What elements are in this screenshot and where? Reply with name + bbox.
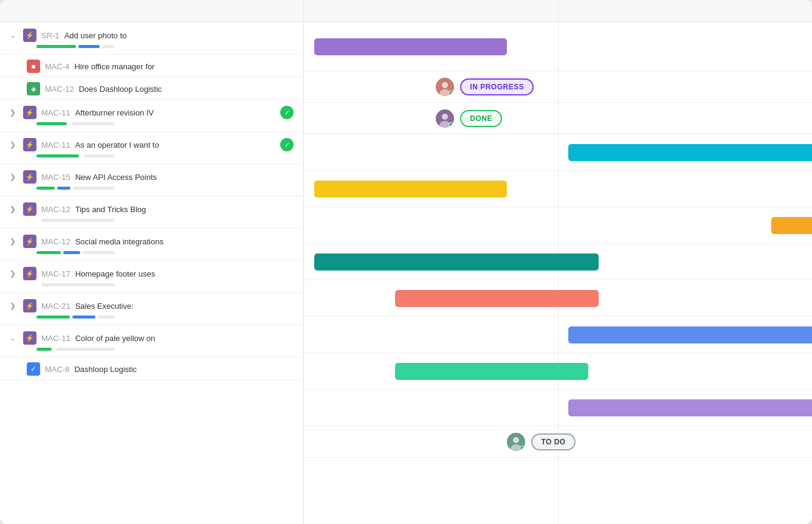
svg-point-1 (442, 82, 448, 88)
epic-id: MAC-21 (41, 302, 71, 311)
gantt-bar (395, 363, 588, 380)
gantt-row (304, 207, 812, 244)
chevron-icon[interactable]: ❯ (10, 108, 18, 117)
header-month-jun (559, 0, 813, 22)
content-area: ⌄ ⚡ SR-1 Add user photo to ■ MAC-4 Hire … (0, 22, 812, 524)
epic-id: MAC-12 (41, 205, 71, 214)
svg-point-7 (513, 437, 519, 443)
epic-id: MAC-4 (45, 62, 69, 71)
epic-id: MAC-11 (41, 140, 71, 150)
epic-title: Color of pale yellow on (75, 334, 294, 343)
epic-row[interactable]: ❯ ⚡ MAC-11 Afterburner revision IV ✓ (0, 100, 303, 132)
epic-id: MAC-11 (41, 334, 71, 343)
check-badge: ✓ (280, 138, 294, 151)
chevron-icon[interactable]: ❯ (10, 269, 18, 278)
epic-title: Add user photo to (64, 31, 294, 40)
gantt-row (304, 134, 812, 171)
gantt-row (304, 280, 812, 317)
gantt-bar (314, 38, 507, 55)
chevron-icon[interactable]: ❯ (10, 237, 18, 246)
epic-id: MAC-11 (41, 108, 71, 117)
svg-point-4 (442, 114, 448, 120)
gantt-bar (395, 290, 598, 307)
chevron-icon[interactable]: ❯ (10, 205, 18, 213)
gantt-bar (568, 326, 812, 343)
status-chip: DONE (460, 110, 502, 127)
gantt-row: DONE (304, 103, 812, 134)
gantt-rows: IN PROGRESS DONE (304, 22, 812, 524)
epic-title: Afterburner revision IV (75, 108, 275, 117)
gantt-bar (314, 181, 507, 198)
epic-row[interactable]: ⌄ ⚡ MAC-11 Color of pale yellow on (0, 325, 303, 357)
epic-row[interactable]: ❯ ⚡ MAC-17 Homepage footer uses (0, 261, 303, 293)
gantt-row (304, 390, 812, 426)
epic-title: As an operator I want to (75, 140, 275, 150)
status-chip: TO DO (531, 433, 575, 450)
gantt-bar (314, 253, 599, 271)
epic-title: New API Access Points (75, 173, 294, 182)
gantt-bar (568, 144, 812, 161)
chevron-icon[interactable]: ⌄ (10, 31, 18, 40)
epic-row[interactable]: ❯ ⚡ MAC-11 As an operator I want to ✓ (0, 132, 303, 164)
chevron-icon[interactable]: ❯ (10, 173, 18, 181)
epic-row[interactable]: ❯ ⚡ MAC-12 Social media integrations (0, 229, 303, 261)
epic-id: MAC-12 (41, 237, 71, 246)
epic-row[interactable]: ⌄ ⚡ SR-1 Add user photo to (0, 22, 303, 55)
gantt-row (304, 171, 812, 207)
header-month-may (304, 0, 559, 22)
epic-title: Tips and Tricks Blog (75, 205, 294, 214)
epic-title: Does Dashloop Logistic (79, 84, 294, 94)
chevron-icon[interactable]: ❯ (10, 302, 18, 310)
gantt-bar (568, 399, 812, 416)
chevron-icon[interactable]: ❯ (10, 140, 18, 149)
chevron-icon[interactable]: ⌄ (10, 334, 18, 342)
epic-title: Dashloop Logistic (74, 365, 294, 374)
gantt-row (304, 317, 812, 353)
epic-id: SR-1 (41, 31, 60, 40)
epic-row[interactable]: ❯ ⚡ MAC-12 Tips and Tricks Blog (0, 196, 303, 229)
epic-row[interactable]: ❯ ⚡ MAC-21 Sales Executive: (0, 293, 303, 325)
epic-title: Social media integrations (75, 237, 294, 246)
epic-id: MAC-8 (45, 365, 69, 374)
gantt-row: IN PROGRESS (304, 71, 812, 103)
gantt-bar (771, 217, 812, 234)
gantt-area: IN PROGRESS DONE (304, 22, 812, 524)
epic-title: Hire office manager for (74, 62, 294, 71)
epic-row[interactable]: ❯ ⚡ MAC-15 New API Access Points (0, 164, 303, 196)
gantt-row: TO DO (304, 426, 812, 458)
header-row (0, 0, 812, 22)
child-row[interactable]: ■ MAC-4 Hire office manager for (0, 55, 303, 77)
epic-list: ⌄ ⚡ SR-1 Add user photo to ■ MAC-4 Hire … (0, 22, 304, 524)
header-epic (0, 0, 304, 22)
gantt-row (304, 22, 812, 71)
gantt-row (304, 353, 812, 390)
check-badge: ✓ (280, 106, 294, 119)
epic-title: Homepage footer uses (75, 269, 294, 278)
status-chip: IN PROGRESS (460, 78, 534, 95)
epic-title: Sales Executive: (75, 302, 294, 311)
app-container: ⌄ ⚡ SR-1 Add user photo to ■ MAC-4 Hire … (0, 0, 812, 524)
child-row[interactable]: ◈ MAC-12 Does Dashloop Logistic (0, 77, 303, 100)
child-row[interactable]: ✓ MAC-8 Dashloop Logistic (0, 357, 303, 380)
epic-id: MAC-17 (41, 269, 71, 278)
gantt-row (304, 244, 812, 280)
epic-id: MAC-12 (45, 84, 74, 94)
epic-id: MAC-15 (41, 173, 71, 182)
